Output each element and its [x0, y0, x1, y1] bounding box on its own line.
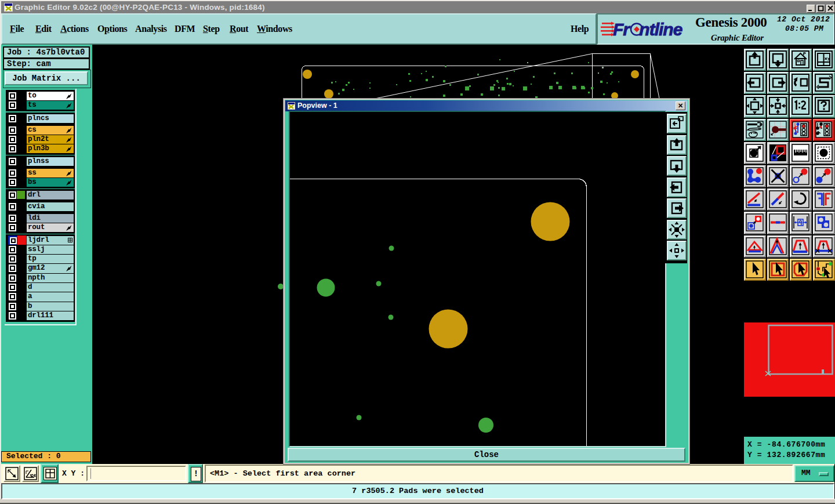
svg-text:Frontline: Frontline	[613, 21, 682, 37]
